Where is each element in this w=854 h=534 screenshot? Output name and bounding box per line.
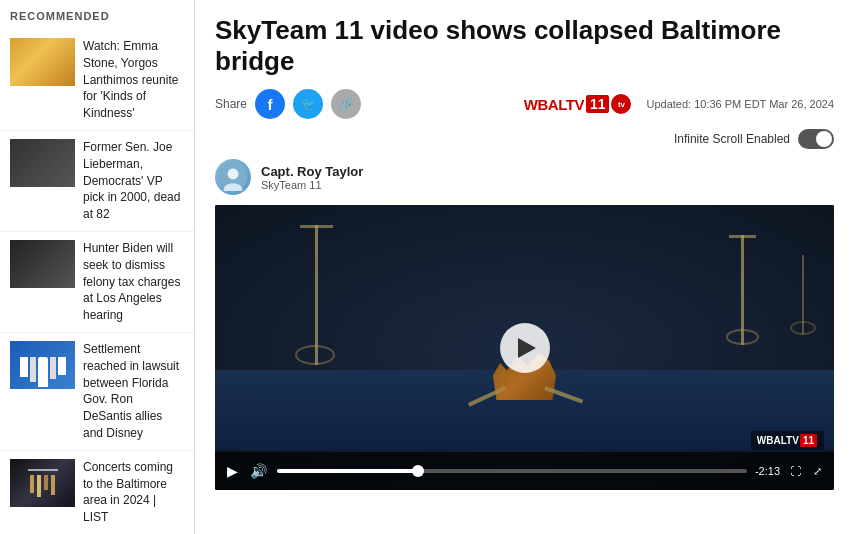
list-item[interactable]: Concerts coming to the Baltimore area in… — [0, 451, 194, 534]
toggle-knob — [816, 131, 832, 147]
progress-fill — [277, 469, 418, 473]
sidebar-thumb-5 — [10, 459, 75, 507]
share-left: Share f 🐦 🔗 — [215, 89, 361, 119]
video-controls: ▶ 🔊 -2:13 ⛶ ⤢ — [215, 452, 834, 490]
fullscreen-icon: ⤢ — [813, 465, 822, 478]
sidebar-item-text-4: Settlement reached in lawsuit between Fl… — [83, 341, 184, 442]
wbal-logo: WBALTV 11 tv — [524, 94, 632, 114]
right-structure — [802, 255, 804, 335]
play-pause-icon: ▶ — [227, 463, 238, 479]
wbal-watermark: WBALTV 11 — [751, 431, 824, 450]
link-share-button[interactable]: 🔗 — [331, 89, 361, 119]
expand-icon: ⛶ — [790, 465, 801, 477]
author-info: Capt. Roy Taylor SkyTeam 11 — [261, 164, 363, 191]
progress-dot — [412, 465, 424, 477]
sidebar-item-text-2: Former Sen. Joe Lieberman, Democrats' VP… — [83, 139, 184, 223]
article-title: SkyTeam 11 video shows collapsed Baltimo… — [215, 15, 834, 77]
volume-icon: 🔊 — [250, 463, 267, 479]
twitter-icon: 🐦 — [301, 97, 316, 111]
sidebar-thumb-4 — [10, 341, 75, 389]
list-item[interactable]: Hunter Biden will seek to dismiss felony… — [0, 232, 194, 333]
sidebar-item-text-3: Hunter Biden will seek to dismiss felony… — [83, 240, 184, 324]
list-item[interactable]: Watch: Emma Stone, Yorgos Lanthimos reun… — [0, 30, 194, 131]
wbal-11-badge: 11 — [586, 95, 610, 113]
sidebar-thumb-3 — [10, 240, 75, 288]
author-name: Capt. Roy Taylor — [261, 164, 363, 179]
fullscreen-small-button[interactable]: ⛶ — [788, 463, 803, 479]
wbal-text: WBALTV — [524, 96, 584, 113]
infinite-scroll-row: Infinite Scroll Enabled — [215, 129, 834, 149]
video-scene: WBALTV 11 — [215, 205, 834, 490]
author-affiliation: SkyTeam 11 — [261, 179, 363, 191]
sidebar-thumb-1 — [10, 38, 75, 86]
twitter-share-button[interactable]: 🐦 — [293, 89, 323, 119]
svg-point-1 — [228, 169, 239, 180]
play-button[interactable] — [500, 323, 550, 373]
fullscreen-button[interactable]: ⤢ — [811, 463, 824, 480]
link-icon: 🔗 — [339, 97, 354, 111]
sidebar-thumb-2 — [10, 139, 75, 187]
share-right: WBALTV 11 tv Updated: 10:36 PM EDT Mar 2… — [524, 94, 834, 114]
avatar-image — [219, 163, 247, 191]
share-label: Share — [215, 97, 247, 111]
progress-bar[interactable] — [277, 469, 747, 473]
play-icon — [518, 338, 536, 358]
avatar — [215, 159, 251, 195]
share-row: Share f 🐦 🔗 WBALTV 11 tv Updated: 10:36 … — [215, 89, 834, 119]
time-display: -2:13 — [755, 465, 780, 477]
sidebar: RECOMMENDED Watch: Emma Stone, Yorgos La… — [0, 0, 195, 534]
main-content: SkyTeam 11 video shows collapsed Baltimo… — [195, 0, 854, 534]
sidebar-item-text-1: Watch: Emma Stone, Yorgos Lanthimos reun… — [83, 38, 184, 122]
author-row: Capt. Roy Taylor SkyTeam 11 — [215, 159, 834, 195]
video-player[interactable]: WBALTV 11 ▶ 🔊 -2:13 ⛶ ⤢ — [215, 205, 834, 490]
sidebar-title: RECOMMENDED — [0, 10, 194, 30]
facebook-share-button[interactable]: f — [255, 89, 285, 119]
infinite-scroll-label: Infinite Scroll Enabled — [674, 132, 790, 146]
updated-text: Updated: 10:36 PM EDT Mar 26, 2024 — [646, 98, 834, 110]
crane-right — [741, 235, 744, 345]
facebook-icon: f — [268, 96, 273, 113]
list-item[interactable]: Former Sen. Joe Lieberman, Democrats' VP… — [0, 131, 194, 232]
crane-left — [315, 225, 318, 365]
volume-button[interactable]: 🔊 — [248, 461, 269, 481]
list-item[interactable]: Settlement reached in lawsuit between Fl… — [0, 333, 194, 451]
infinite-scroll-toggle[interactable] — [798, 129, 834, 149]
play-pause-button[interactable]: ▶ — [225, 461, 240, 481]
wbal-circle-icon: tv — [611, 94, 631, 114]
sidebar-item-text-5: Concerts coming to the Baltimore area in… — [83, 459, 184, 526]
